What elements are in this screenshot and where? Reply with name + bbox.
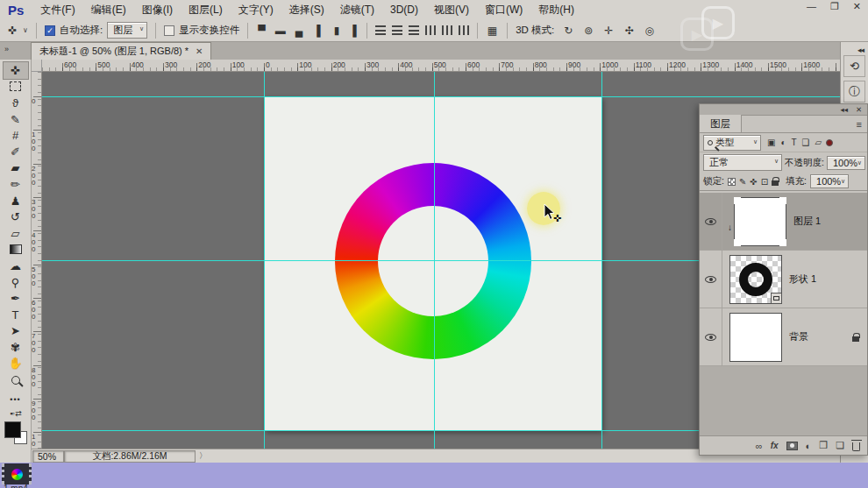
link-layers-icon[interactable]: ∞ <box>756 441 763 451</box>
threed-mode-icon-4[interactable]: ◎ <box>643 25 655 37</box>
blur-tool[interactable]: ☁ <box>4 258 28 274</box>
restore-button[interactable]: ❐ <box>830 1 839 12</box>
vertical-ruler[interactable]: 01002003004005006007008009001000 <box>31 72 42 449</box>
menu-item-视图[interactable]: 视图(V) <box>426 0 477 19</box>
toolbar-collapse-icon[interactable]: » <box>4 45 8 53</box>
panel-close-icon[interactable]: ✕ <box>856 105 862 114</box>
distribute-left-icon[interactable] <box>425 25 436 35</box>
eraser-tool[interactable]: ▱ <box>4 225 28 242</box>
dodge-tool[interactable]: ⚲ <box>4 274 28 291</box>
move-tool[interactable]: ✜ <box>4 62 28 79</box>
align-vertical-icon-1[interactable]: ▬ <box>274 25 288 37</box>
threed-mode-icon-1[interactable]: ⊚ <box>582 25 594 37</box>
visibility-toggle[interactable] <box>700 251 722 308</box>
menu-item-选择[interactable]: 选择(S) <box>281 0 332 19</box>
panel-menu-icon[interactable]: ≡ <box>857 119 862 130</box>
document-tab[interactable]: 未标题-1 @ 50% (图层 1, RGB/8) * ✕ <box>31 42 211 60</box>
clone-stamp-tool[interactable]: ♟ <box>4 193 28 209</box>
hand-tool[interactable]: ✋ <box>4 356 28 372</box>
auto-align-icon[interactable]: ▦ <box>486 25 499 37</box>
swap-colors-icon[interactable]: ▪▫ ⇄ <box>10 409 20 418</box>
filter-kind-icon-0[interactable]: ▣ <box>767 138 775 147</box>
layer-row-2[interactable]: 形状 1 <box>700 251 867 308</box>
show-transform-checkbox[interactable] <box>164 25 174 36</box>
menu-item-文件[interactable]: 文件(F) <box>32 0 82 19</box>
brush-tool[interactable]: ✏ <box>4 176 28 193</box>
menu-item-帮助[interactable]: 帮助(H) <box>530 0 582 19</box>
blend-mode-dropdown[interactable]: 正常∨ <box>703 154 782 171</box>
threed-mode-icon-2[interactable]: ✛ <box>602 25 615 37</box>
menu-item-图层[interactable]: 图层(L) <box>181 0 231 19</box>
fill-dropdown[interactable]: 100%∨ <box>810 174 849 188</box>
distribute-middle-icon[interactable] <box>392 25 402 35</box>
minimize-button[interactable]: — <box>807 1 816 12</box>
filter-type-dropdown[interactable]: 类型∨ <box>703 135 761 151</box>
tab-close-icon[interactable]: ✕ <box>196 46 203 56</box>
lock-all-icon[interactable] <box>772 180 779 186</box>
align-horizontal-icon-1[interactable]: ▮ <box>332 25 342 37</box>
lasso-tool[interactable]: ϑ <box>4 95 28 111</box>
menu-item-滤镜[interactable]: 滤镜(T) <box>332 0 382 19</box>
menu-item-窗口[interactable]: 窗口(W) <box>477 0 530 19</box>
foreground-color-swatch[interactable] <box>4 421 21 438</box>
delete-layer-icon[interactable] <box>852 442 860 451</box>
filter-kind-icon-3[interactable]: ❑ <box>802 138 810 147</box>
gradient-tool[interactable] <box>4 242 28 258</box>
lock-artboard-icon[interactable]: ⊡ <box>761 177 768 187</box>
auto-select-target-dropdown[interactable]: 图层∨ <box>107 22 147 39</box>
threed-mode-icon-0[interactable]: ↻ <box>562 25 574 37</box>
layer-row-3[interactable]: 背景 <box>700 308 867 366</box>
eyedropper-tool[interactable]: ✐ <box>4 144 28 160</box>
distribute-center-icon[interactable] <box>442 25 452 35</box>
adjustment-layer-icon[interactable]: ◐ <box>806 441 812 451</box>
horizontal-ruler[interactable]: 6005004003002001000100200300400500600700… <box>42 60 840 72</box>
pen-tool[interactable]: ✒ <box>4 290 28 307</box>
quick-selection-tool[interactable]: ✎ <box>4 111 28 128</box>
visibility-toggle[interactable] <box>700 193 722 250</box>
filter-kind-icon-4[interactable]: ▱ <box>815 138 822 147</box>
distribute-top-icon[interactable] <box>375 25 386 35</box>
zoom-level-field[interactable]: 50% <box>32 450 64 463</box>
healing-brush-tool[interactable]: ▰ <box>4 160 28 177</box>
layer-thumbnail[interactable] <box>729 255 782 304</box>
menu-item-图像[interactable]: 图像(I) <box>134 0 181 19</box>
align-horizontal-icon-2[interactable]: ▐ <box>347 25 359 37</box>
distribute-right-icon[interactable] <box>459 25 469 35</box>
zoom-tool[interactable] <box>4 371 28 388</box>
filter-toggle-icon[interactable] <box>826 139 833 146</box>
tool-preset-caret-icon[interactable]: ∨ <box>23 26 28 34</box>
close-button[interactable]: ✕ <box>853 1 861 12</box>
layer-thumbnail[interactable] <box>734 197 786 246</box>
lock-transparency-icon[interactable] <box>728 178 736 186</box>
dock-collapse-icon[interactable]: ◂◂ <box>857 46 864 54</box>
new-group-icon[interactable]: ❒ <box>819 440 828 451</box>
history-panel-button[interactable]: ⟲ <box>843 55 865 77</box>
lock-position-icon[interactable]: ✜ <box>750 177 757 187</box>
guide-horizontal[interactable] <box>42 96 840 97</box>
align-horizontal-icon-0[interactable]: ▌ <box>315 25 326 37</box>
visibility-toggle[interactable] <box>700 308 722 365</box>
add-mask-icon[interactable] <box>786 442 798 450</box>
type-tool[interactable]: T <box>4 307 28 323</box>
menu-item-编辑[interactable]: 编辑(E) <box>83 0 134 19</box>
layer-style-icon[interactable]: fx <box>771 441 779 450</box>
crop-tool[interactable]: # <box>4 127 28 144</box>
opacity-dropdown[interactable]: 100%∨ <box>827 156 865 170</box>
align-vertical-icon-0[interactable]: ▀ <box>256 25 267 37</box>
lock-pixels-icon[interactable]: ✎ <box>739 177 746 187</box>
menu-item-文字[interactable]: 文字(Y) <box>231 0 281 19</box>
custom-shape-tool[interactable]: ✾ <box>4 339 28 356</box>
auto-select-checkbox[interactable]: ✓ <box>45 25 55 36</box>
history-brush-tool[interactable]: ↺ <box>4 209 28 225</box>
layers-tab[interactable]: 图层 <box>700 115 742 132</box>
edit-toolbar-icon[interactable]: ••• <box>4 392 28 408</box>
status-options-arrow-icon[interactable]: 〉 <box>199 450 207 462</box>
filter-kind-icon-2[interactable]: T <box>792 138 797 147</box>
filter-kind-icon-1[interactable]: ◐ <box>780 138 786 147</box>
threed-mode-icon-3[interactable]: ✣ <box>623 25 635 37</box>
marquee-tool[interactable] <box>4 79 28 95</box>
panel-collapse-icon[interactable]: ◂◂ <box>840 105 848 114</box>
layer-thumbnail[interactable] <box>729 313 782 362</box>
info-panel-button[interactable]: ⓘ <box>843 81 865 103</box>
layer-row-1[interactable]: ↓ 图层 1 <box>700 193 867 251</box>
